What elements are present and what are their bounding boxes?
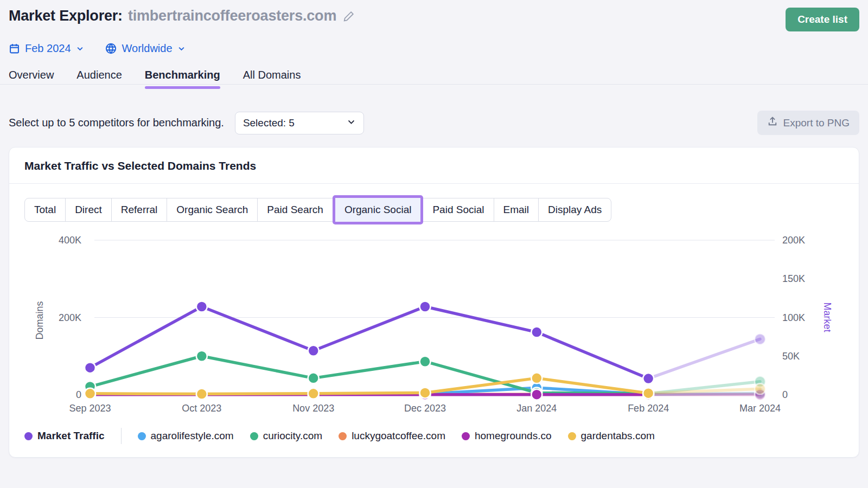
- chevron-down-icon: [177, 44, 186, 53]
- selectors-row: Feb 2024 Worldwide: [9, 42, 859, 55]
- date-selector[interactable]: Feb 2024: [9, 42, 84, 55]
- svg-text:100K: 100K: [782, 312, 805, 323]
- legend-dot: [339, 432, 347, 440]
- tab-benchmarking[interactable]: Benchmarking: [145, 69, 220, 89]
- legend-dot: [568, 432, 576, 440]
- trends-chart-svg: 0200K400K050K100K150K200KDomainsMarketSe…: [9, 230, 859, 421]
- region-selector[interactable]: Worldwide: [105, 42, 186, 55]
- filter-email[interactable]: Email: [494, 198, 539, 222]
- tab-overview[interactable]: Overview: [9, 69, 54, 89]
- filter-organic-search[interactable]: Organic Search: [167, 198, 258, 222]
- globe-icon: [105, 42, 117, 55]
- svg-text:Oct 2023: Oct 2023: [182, 403, 221, 414]
- svg-text:Nov 2023: Nov 2023: [292, 403, 334, 414]
- tabs-divider: [0, 84, 868, 85]
- calendar-icon: [9, 43, 20, 54]
- svg-text:400K: 400K: [59, 235, 81, 246]
- svg-text:200K: 200K: [59, 312, 81, 323]
- chevron-down-icon: [347, 117, 356, 129]
- legend-label: luckygoatcoffee.com: [352, 430, 445, 442]
- svg-text:0: 0: [782, 389, 788, 400]
- legend-item-market-traffic[interactable]: Market Traffic: [24, 430, 105, 442]
- region-selector-label: Worldwide: [122, 42, 173, 55]
- svg-text:Dec 2023: Dec 2023: [404, 403, 446, 414]
- legend-item-homegrounds-co[interactable]: homegrounds.co: [462, 430, 552, 442]
- filter-direct[interactable]: Direct: [65, 198, 112, 222]
- tabs-row: OverviewAudienceBenchmarkingAll Domains: [9, 69, 859, 89]
- date-selector-label: Feb 2024: [25, 42, 71, 55]
- header: Market Explorer: timbertraincoffeeroaste…: [9, 8, 859, 31]
- legend-label: gardentabs.com: [581, 430, 655, 442]
- market-explorer-page: Market Explorer: timbertraincoffeeroaste…: [0, 0, 868, 458]
- svg-text:0: 0: [76, 389, 81, 400]
- legend-label: agarolifestyle.com: [151, 430, 234, 442]
- filter-paid-social[interactable]: Paid Social: [423, 198, 494, 222]
- filter-display-ads[interactable]: Display Ads: [538, 198, 611, 222]
- legend-divider: [121, 428, 122, 444]
- legend-dot: [462, 432, 470, 440]
- svg-text:Jan 2024: Jan 2024: [516, 403, 557, 414]
- svg-text:Domains: Domains: [34, 301, 45, 339]
- export-to-png-button[interactable]: Export to PNG: [757, 111, 860, 135]
- export-label: Export to PNG: [783, 117, 850, 129]
- legend-label: homegrounds.co: [475, 430, 552, 442]
- filter-organic-social[interactable]: Organic Social: [333, 195, 424, 224]
- tab-audience[interactable]: Audience: [76, 69, 122, 89]
- svg-text:150K: 150K: [782, 273, 805, 284]
- selected-competitors-value: Selected: 5: [243, 117, 295, 129]
- card-title-divider: [9, 183, 859, 184]
- legend-dot: [24, 432, 33, 440]
- legend-item-agarolifestyle-com[interactable]: agarolifestyle.com: [138, 430, 234, 442]
- trends-chart: 0200K400K050K100K150K200KDomainsMarketSe…: [9, 230, 859, 421]
- page-title: Market Explorer: timbertraincoffeeroaste…: [9, 8, 355, 24]
- legend-item-curiocity-com[interactable]: curiocity.com: [250, 430, 322, 442]
- page-title-domain: timbertraincoffeeroasters.com: [128, 8, 336, 24]
- controls-row: Select up to 5 competitors for benchmark…: [9, 111, 859, 135]
- page-title-prefix: Market Explorer:: [9, 8, 123, 24]
- svg-text:Feb 2024: Feb 2024: [628, 403, 669, 414]
- filter-total[interactable]: Total: [24, 198, 66, 222]
- create-list-button[interactable]: Create list: [786, 8, 859, 31]
- competitors-prompt: Select up to 5 competitors for benchmark…: [9, 117, 224, 129]
- legend-label: curiocity.com: [263, 430, 322, 442]
- tab-all-domains[interactable]: All Domains: [243, 69, 301, 89]
- legend-item-luckygoatcoffee-com[interactable]: luckygoatcoffee.com: [339, 430, 445, 442]
- legend-dot: [138, 432, 146, 440]
- svg-text:Market: Market: [822, 302, 833, 332]
- filter-referral[interactable]: Referral: [111, 198, 168, 222]
- chevron-down-icon: [76, 44, 84, 53]
- filter-paid-search[interactable]: Paid Search: [257, 198, 333, 222]
- legend-label: Market Traffic: [37, 430, 105, 442]
- card-title: Market Traffic vs Selected Domains Trend…: [9, 147, 859, 183]
- edit-pencil-icon[interactable]: [343, 10, 355, 22]
- svg-text:200K: 200K: [782, 235, 805, 246]
- trends-card: Market Traffic vs Selected Domains Trend…: [9, 147, 859, 458]
- selected-competitors-dropdown[interactable]: Selected: 5: [235, 112, 364, 134]
- legend-dot: [250, 432, 258, 440]
- export-icon: [767, 116, 778, 130]
- chart-legend: Market Trafficagarolifestyle.comcuriocit…: [9, 422, 859, 447]
- traffic-channel-filters: TotalDirectReferralOrganic SearchPaid Se…: [24, 198, 859, 222]
- svg-text:Sep 2023: Sep 2023: [69, 403, 111, 414]
- legend-item-gardentabs-com[interactable]: gardentabs.com: [568, 430, 655, 442]
- svg-text:Mar 2024: Mar 2024: [739, 403, 781, 414]
- svg-text:50K: 50K: [782, 351, 800, 362]
